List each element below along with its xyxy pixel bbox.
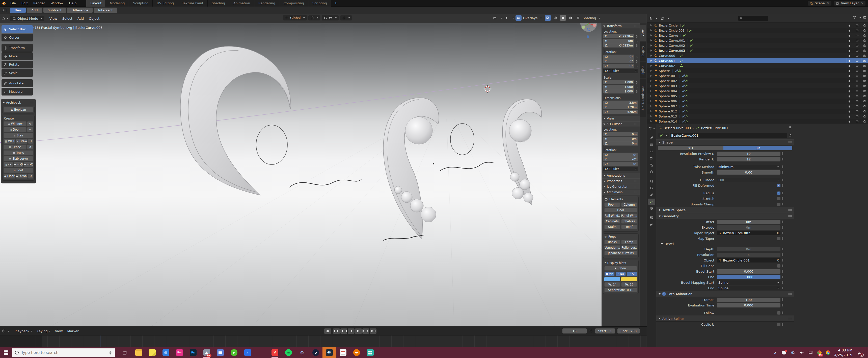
tab-texture[interactable]	[648, 215, 655, 221]
prop-smooth-field[interactable]: 0.00	[717, 170, 780, 174]
shading-rendered-icon[interactable]	[575, 15, 581, 21]
eye-toggle-icon[interactable]	[856, 69, 859, 73]
menu-render[interactable]: Render	[31, 1, 48, 5]
Door-button[interactable]: ▯Door	[3, 127, 27, 132]
pointer-toggle-icon[interactable]	[848, 115, 851, 118]
pointer-toggle-icon[interactable]	[848, 79, 851, 83]
tool-move[interactable]: Move	[1, 52, 33, 60]
expand-triangle-icon[interactable]	[651, 55, 653, 57]
toggle-3d[interactable]: 3D	[723, 146, 792, 150]
outliner-item-sphere.005[interactable]: Sphere.005|	[647, 93, 868, 99]
number-field-y[interactable]: Y:1.000	[603, 85, 634, 89]
eye-toggle-icon[interactable]	[856, 110, 859, 113]
datablock-name-field[interactable]: BezierCurve.001	[670, 133, 787, 138]
prop-fill-deformed-checkbox[interactable]	[777, 184, 780, 187]
pointer-toggle-icon[interactable]	[848, 84, 851, 88]
pivot-dropdown[interactable]	[308, 16, 320, 21]
number-field-z[interactable]: Z:1.000	[603, 89, 634, 93]
camera-toggle-icon[interactable]	[863, 64, 866, 67]
expand-triangle-icon[interactable]	[651, 80, 653, 82]
eye-toggle-icon[interactable]	[856, 39, 859, 42]
animate-decorator-icon[interactable]	[782, 221, 783, 223]
boolean-new-button[interactable]: New	[10, 7, 26, 13]
outliner-item-beziercurve.001[interactable]: BezierCurve.001|	[647, 38, 868, 43]
camera-toggle-icon[interactable]	[863, 89, 866, 93]
number-field-x[interactable]: X:0°	[603, 55, 634, 59]
room-button[interactable]: Room	[604, 202, 620, 207]
expand-triangle-icon[interactable]	[651, 60, 653, 62]
camera-toggle-icon[interactable]	[863, 110, 866, 113]
animate-decorator-icon[interactable]	[782, 232, 783, 234]
outliner-item-sphere.001[interactable]: Sphere.001|	[647, 73, 868, 78]
show-button[interactable]: Show	[604, 266, 637, 271]
sidebar-tab-view[interactable]: View	[640, 25, 646, 41]
prop-taper-object-object-field[interactable]: BezierCurve.002X	[717, 231, 780, 235]
animate-decorator-icon[interactable]	[782, 265, 783, 267]
camera-toggle-icon[interactable]	[863, 100, 866, 103]
jump-to-start-button[interactable]	[333, 328, 340, 334]
pointer-toggle-icon[interactable]	[848, 34, 851, 37]
boolean-subtract-button[interactable]: Subtract	[43, 7, 66, 13]
animate-decorator-icon[interactable]	[782, 253, 783, 256]
boolean-difference-button[interactable]: Difference	[67, 7, 93, 13]
->-button[interactable]: ▯->	[3, 162, 13, 167]
browser-profile-icon[interactable]: 9+	[816, 350, 822, 356]
eye-toggle-icon[interactable]	[856, 120, 859, 123]
curve-button[interactable]: ↺	[28, 173, 33, 178]
venetian--button[interactable]: Venetian ..	[604, 245, 620, 250]
pointer-toggle-icon[interactable]	[848, 59, 851, 62]
clear-x-icon[interactable]: X	[777, 258, 779, 262]
pointer-toggle-icon[interactable]	[848, 105, 851, 108]
xray-toggle-icon[interactable]	[545, 15, 551, 21]
camera-toggle-icon[interactable]	[863, 39, 866, 42]
cursor-3d[interactable]	[483, 85, 492, 93]
shading-solid-icon[interactable]	[560, 15, 566, 21]
panel-header-shape[interactable]: Shape	[656, 139, 794, 145]
expand-triangle-icon[interactable]	[651, 70, 653, 72]
eye-toggle-icon[interactable]	[856, 49, 859, 52]
outliner-item-beziercircle[interactable]: BezierCircle|	[647, 23, 868, 28]
outliner-item-sphere.004[interactable]: Sphere.004|	[647, 88, 868, 93]
next-keyframe-button[interactable]	[362, 328, 369, 334]
panel-header-3d-cursor[interactable]: 3D Cursor	[602, 121, 640, 127]
number-field-z[interactable]: Z:0°	[603, 162, 638, 166]
blender-logo-icon[interactable]	[0, 0, 7, 6]
play-reverse-button[interactable]	[348, 328, 354, 334]
breadcrumb-data[interactable]: BezierCurve.001	[701, 126, 728, 130]
prop-object-object-field[interactable]: BezierCircle.001X	[717, 258, 780, 263]
chrome-icon[interactable]	[825, 350, 831, 356]
eye-toggle-icon[interactable]	[856, 44, 859, 47]
jump-to-end-button[interactable]	[370, 328, 376, 334]
play-button[interactable]	[355, 328, 362, 334]
taskbar-app-task-view[interactable]	[118, 347, 132, 358]
expand-triangle-icon[interactable]	[651, 24, 653, 26]
rail-wind--button[interactable]: Rail Wind..	[604, 214, 620, 218]
overlays-toggle-icon[interactable]	[516, 15, 522, 21]
workspace-tab-sculpting[interactable]: Sculpting	[129, 0, 153, 6]
tab-tool[interactable]	[648, 135, 655, 141]
collapse-triangle-icon[interactable]	[3, 102, 5, 104]
eye-toggle-icon[interactable]	[856, 105, 859, 108]
fractal-shape-middle[interactable]	[383, 98, 439, 239]
animate-decorator-icon[interactable]	[782, 298, 783, 301]
door-button[interactable]: Door	[604, 208, 637, 213]
active-tool-icon[interactable]	[2, 8, 6, 12]
number-field-z[interactable]: Z:0°	[603, 64, 634, 68]
eye-toggle-icon[interactable]	[856, 84, 859, 88]
expand-triangle-icon[interactable]	[651, 45, 653, 47]
number-field-x[interactable]: X:0m	[603, 132, 638, 136]
me-button[interactable]: ≡Me	[604, 272, 615, 276]
add-workspace-button[interactable]: +	[331, 0, 340, 6]
camera-toggle-icon[interactable]	[863, 59, 866, 62]
pointer-toggle-icon[interactable]	[848, 54, 851, 57]
eye-toggle-icon[interactable]	[856, 54, 859, 57]
panel-header-archimesh[interactable]: Archimesh	[602, 190, 640, 195]
menu-help[interactable]: Help	[66, 1, 80, 5]
prop-evaluation-time-field[interactable]: 0.000	[717, 303, 780, 307]
pointer-toggle-icon[interactable]	[848, 64, 851, 67]
outliner-item-beziercircle.001[interactable]: BezierCircle.001|	[647, 28, 868, 33]
panel-grip-icon[interactable]	[30, 102, 34, 104]
animate-decorator-icon[interactable]	[782, 171, 783, 173]
volume-icon[interactable]	[799, 350, 804, 356]
workspace-tab-shading[interactable]: Shading	[208, 0, 229, 6]
